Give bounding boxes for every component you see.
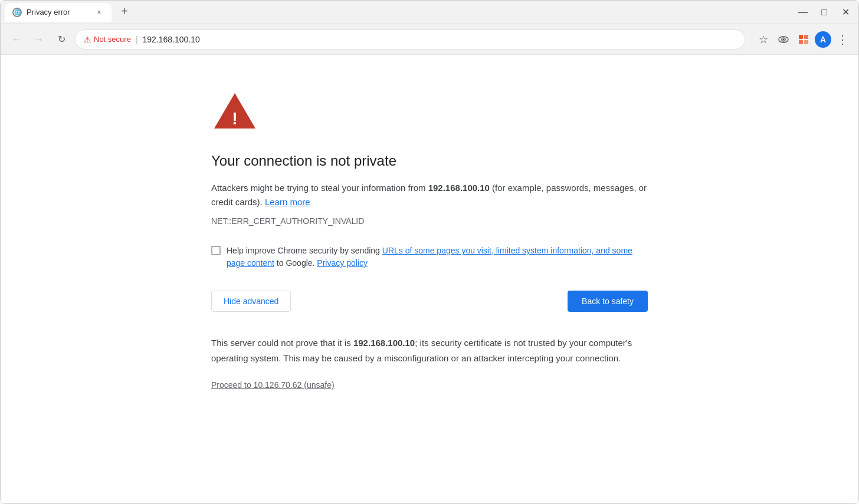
toolbar-icons: ☆ A ⋮ — [755, 31, 851, 48]
url-input[interactable]: ⚠ Not secure | 192.168.100.10 — [75, 29, 745, 50]
tab-favicon: 🌐 — [12, 8, 22, 17]
browser-frame: 🌐 Privacy error × + — □ ✕ ← → ↻ ⚠ Not se… — [0, 0, 859, 504]
advanced-text-prefix: This server could not prove that it is — [211, 338, 353, 348]
extension1-button[interactable] — [775, 31, 792, 48]
svg-rect-6 — [804, 40, 808, 44]
page-content: ! Your connection is not private Attacke… — [1, 55, 858, 503]
active-tab[interactable]: 🌐 Privacy error × — [5, 3, 112, 22]
hide-advanced-button[interactable]: Hide advanced — [211, 291, 291, 312]
menu-button[interactable]: ⋮ — [834, 31, 851, 48]
svg-rect-3 — [799, 35, 803, 39]
svg-text:!: ! — [232, 108, 238, 128]
checkbox-label-suffix: to Google. — [274, 258, 315, 268]
privacy-policy-link[interactable]: Privacy policy — [317, 258, 368, 268]
bookmark-button[interactable]: ☆ — [755, 31, 772, 48]
svg-point-2 — [783, 38, 785, 40]
warning-triangle-icon: ! — [211, 90, 258, 131]
description-prefix: Attackers might be trying to steal your … — [211, 183, 428, 193]
title-bar: 🌐 Privacy error × + — □ ✕ — [1, 1, 858, 24]
warning-icon: ⚠ — [84, 35, 91, 44]
button-row: Hide advanced Back to safety — [211, 291, 648, 312]
error-code: NET::ERR_CERT_AUTHORITY_INVALID — [211, 216, 648, 226]
security-checkbox[interactable] — [211, 246, 221, 255]
forward-button[interactable]: → — [30, 31, 48, 48]
address-bar: ← → ↻ ⚠ Not secure | 192.168.100.10 ☆ — [1, 24, 858, 55]
checkbox-row: Help improve Chrome security by sending … — [211, 245, 648, 269]
not-secure-label: Not secure — [94, 35, 131, 44]
close-button[interactable]: ✕ — [837, 4, 854, 21]
tab-close-button[interactable]: × — [94, 7, 104, 18]
svg-rect-4 — [804, 35, 808, 39]
new-tab-button[interactable]: + — [116, 4, 133, 20]
url-text: 192.168.100.10 — [143, 35, 200, 44]
extension2-button[interactable] — [795, 31, 812, 48]
checkbox-label-prefix: Help improve Chrome security by sending — [227, 246, 382, 255]
back-button[interactable]: ← — [8, 31, 25, 48]
url-separator: | — [136, 35, 138, 44]
tab-title: Privacy error — [27, 8, 89, 17]
profile-button[interactable]: A — [815, 31, 831, 48]
advanced-text: This server could not prove that it is 1… — [211, 335, 648, 365]
checkbox-label: Help improve Chrome security by sending … — [227, 245, 648, 269]
svg-rect-5 — [799, 40, 803, 44]
not-secure-indicator: ⚠ Not secure — [84, 35, 131, 44]
description-domain: 192.168.100.10 — [428, 183, 490, 193]
minimize-button[interactable]: — — [795, 4, 811, 21]
error-description: Attackers might be trying to steal your … — [211, 181, 648, 209]
back-to-safety-button[interactable]: Back to safety — [568, 291, 648, 312]
error-heading: Your connection is not private — [211, 153, 648, 169]
window-controls: — □ ✕ — [795, 4, 854, 21]
error-container: ! Your connection is not private Attacke… — [211, 90, 648, 390]
maximize-button[interactable]: □ — [816, 4, 832, 21]
learn-more-link[interactable]: Learn more — [265, 197, 310, 207]
proceed-link[interactable]: Proceed to 10.126.70.62 (unsafe) — [211, 380, 335, 390]
reload-button[interactable]: ↻ — [53, 31, 70, 48]
advanced-text-domain: 192.168.100.10 — [353, 338, 415, 348]
